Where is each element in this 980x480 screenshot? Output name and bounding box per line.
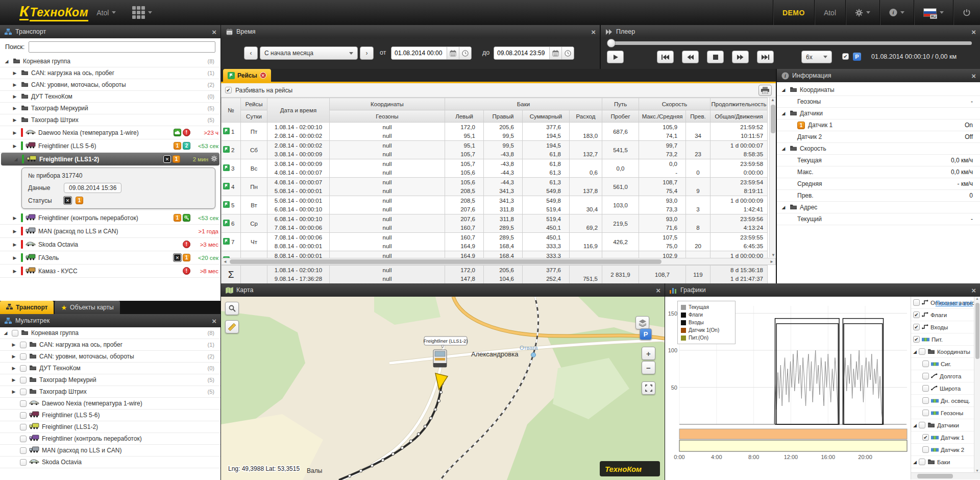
tree-group-row[interactable]: ◢Корневая группа(8) [0,56,220,67]
expander-icon[interactable]: ▶ [11,106,18,111]
col-coordinates[interactable]: Координаты [330,98,445,110]
trip-row[interactable]: 7Чт7.08.14 - 00:00:068.08.14 - 00:00:01n… [222,233,768,251]
series-checkbox[interactable] [913,299,920,306]
scroll-down-arrow[interactable]: ▼ [771,253,775,257]
apps-menu[interactable] [124,0,160,25]
expander-icon[interactable]: ◢ [913,460,917,465]
calendar-icon[interactable] [447,47,459,59]
tree-vehicle-row[interactable]: Daewoo Nexia (температура 1-wire) [0,398,220,410]
tree-vehicle-row[interactable]: ▶ГАЗель✕1<20 сек [0,251,220,265]
player-slider-handle[interactable] [607,39,616,47]
account-menu[interactable]: Atol [88,0,124,25]
split-trips-checkbox[interactable]: ✔ [225,87,232,93]
series-checkbox[interactable] [922,446,929,453]
playback-speed-select[interactable]: 6x [801,51,832,63]
row-checkbox[interactable] [12,330,18,337]
clock-icon[interactable] [561,47,574,59]
show-all-link[interactable]: Показать всё [936,300,973,307]
period-preset-select[interactable]: С начала месяца [260,46,358,60]
trips-vertical-scrollbar[interactable]: ▲▼ [769,98,776,257]
tree-group-row[interactable]: ▶Тахограф Меркурий(5) [0,374,220,386]
calendar-icon[interactable] [549,47,561,59]
trips-table-scroll-area[interactable]: №РейсыДата и времяКоординатыБакиПутьСкор… [221,98,776,258]
series-checkbox[interactable] [922,385,929,392]
series-checkbox[interactable]: ✔ [913,336,920,343]
tab-trips[interactable]: Рейсы ✕ [223,69,271,82]
map-canvas[interactable]: Александровка Отвага Валы Freightliner (… [221,297,665,480]
col-geozones[interactable]: Геозоны [330,110,445,123]
col-speed[interactable]: Скорость [639,98,710,110]
col-sum-tank[interactable]: Суммарный [523,110,570,123]
tree-vehicle-row[interactable]: MAN (расход по LLS и CAN) [0,445,220,457]
scrollbar-thumb[interactable] [771,105,775,133]
language-menu[interactable]: RU [914,0,953,25]
row-checkbox[interactable] [20,436,27,442]
scrollbar-thumb[interactable] [230,259,662,264]
close-icon[interactable]: × [971,286,976,294]
close-icon[interactable]: × [971,28,976,36]
series-checkbox[interactable] [922,373,929,379]
clock-icon[interactable] [459,47,471,59]
series-row[interactable]: ◢Координаты [911,346,980,358]
tree-vehicle-row[interactable]: Skoda Octavia [0,457,220,468]
series-row[interactable]: ✔Пит. [911,333,980,346]
col-total-moving[interactable]: Общая/Движения [710,110,768,123]
expander-icon[interactable]: ◢ [2,330,9,335]
tree-group-row[interactable]: ▶CAN: нагрузка на ось, пробег(1) [0,67,220,79]
close-icon[interactable]: × [591,28,596,36]
expander-icon[interactable]: ▶ [10,389,17,394]
total-row[interactable]: Σ1.08.14 - 02:00:109.08.14 - 17:36:28nul… [222,266,768,284]
col-datetime[interactable]: Дата и время [267,98,330,123]
tree-vehicle-row[interactable]: ▶MAN (расход по LLS и CAN)>1 года [0,225,220,238]
close-icon[interactable]: ✕ [260,72,266,79]
expander-icon[interactable]: ▶ [11,117,18,123]
tree-vehicle-row[interactable]: Freightliner (LLS1-2) [0,421,220,433]
next-period-button[interactable]: › [360,46,374,60]
series-row[interactable]: Долгота [911,370,980,382]
col-left-tank[interactable]: Левый [445,110,484,123]
col-tanks[interactable]: Баки [445,98,602,110]
expander-icon[interactable]: ▶ [10,366,17,371]
trips-horizontal-scrollbar[interactable]: ◄ ► [221,258,776,265]
play-button[interactable] [607,51,624,63]
series-row[interactable]: ✔Флаги [911,309,980,321]
prev-period-button[interactable]: ‹ [244,46,258,60]
col-duration[interactable]: Продолжительность [710,98,768,110]
tab-transport[interactable]: Транспорт [0,301,54,314]
map-fullscreen-button[interactable] [642,381,655,395]
info-menu[interactable]: i [879,0,914,25]
col-mileage[interactable]: Пробег [602,110,639,123]
col-consumption[interactable]: Расход [570,110,602,123]
series-checkbox[interactable] [922,410,929,416]
tree-group-row[interactable]: ▶CAN: уровни, моточасы, обороты(2) [0,79,220,91]
tree-vehicle-row[interactable]: ▶Freightliner (контроль переработок)1<53… [0,211,220,225]
settings-menu[interactable] [845,0,879,25]
row-checkbox[interactable] [20,400,27,407]
scroll-right-arrow[interactable]: ► [770,258,774,266]
series-checkbox[interactable] [919,422,925,428]
close-icon[interactable]: × [212,28,216,36]
map-layers-button[interactable] [635,316,649,329]
expander-icon[interactable]: ▶ [10,354,17,359]
info-section[interactable]: ◢Адрес [777,202,980,213]
tree-group-row[interactable]: ▶Тахограф Штрих(5) [0,114,220,126]
col-exceed[interactable]: Прев. [686,110,710,123]
tree-group-row[interactable]: ▶Тахограф Меркурий(5) [0,103,220,114]
tree-vehicle-row[interactable]: ◢Freightliner (LLS1-2)✕12 мин [1,153,219,166]
expander-icon[interactable]: ▶ [11,70,18,76]
tree-group-row[interactable]: ▶CAN: нагрузка на ось, пробег(1) [0,339,220,351]
row-checkbox[interactable] [20,342,27,348]
map-zoom-in-button[interactable]: + [642,347,655,360]
trip-row[interactable]: 2Сб2.08.14 - 00:00:023.08.14 - 00:00:09n… [222,141,768,159]
map-measure-button[interactable] [225,320,239,333]
row-checkbox[interactable] [20,447,27,454]
to-datetime-input[interactable] [494,47,549,59]
expander-icon[interactable]: ◢ [780,87,787,92]
tree-vehicle-row[interactable]: ▶Freightliner (LLS 5-6)12<53 сек [0,139,220,153]
scroll-left-arrow[interactable]: ◄ [223,258,227,266]
expander-icon[interactable]: ◢ [913,423,917,428]
series-row[interactable]: Широта [911,382,980,395]
col-trips[interactable]: Рейсы [241,98,267,110]
expander-icon[interactable]: ▶ [10,342,17,347]
series-checkbox[interactable]: ✔ [913,311,920,318]
